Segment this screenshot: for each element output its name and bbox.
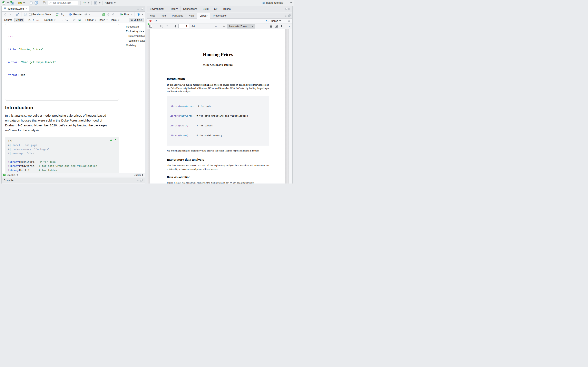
table-menu[interactable]: Table — [110, 18, 121, 21]
outline-item-modeling[interactable]: Modeling — [126, 43, 145, 48]
viewer-popout-icon[interactable] — [154, 19, 158, 23]
zoom-level-select[interactable]: Automatic Zoom — [227, 24, 255, 29]
spellcheck-icon[interactable]: ABC — [55, 12, 60, 17]
save-doc-icon[interactable] — [23, 12, 27, 17]
pdf-scrollbar[interactable] — [288, 29, 292, 184]
editor-canvas[interactable]: --- title: "Housing Prices" author: "Min… — [2, 23, 145, 173]
console-body[interactable] — [2, 183, 145, 184]
pdf-print-icon[interactable] — [269, 24, 273, 29]
bold-button[interactable]: B — [27, 18, 31, 22]
addins-menu[interactable]: Addins — [104, 1, 113, 4]
code-chunk-load-pkgs[interactable]: {r} #| label: load-pkgs #| code-summary:… — [5, 137, 119, 173]
tab-help[interactable]: Help — [186, 13, 197, 18]
pdf-viewport[interactable]: Housing Prices Mine Çetinkaya-Rundel Int… — [147, 29, 292, 184]
save-all-icon[interactable] — [34, 1, 38, 5]
project-menu[interactable]: R quarto-tutorials — ~ — [261, 1, 292, 5]
chunk-position-label[interactable]: Chunk 1 — [7, 174, 16, 176]
console-maximize-icon[interactable] — [140, 179, 143, 182]
render-dropdown-icon[interactable] — [89, 14, 90, 15]
console-minimize-icon[interactable] — [137, 179, 139, 182]
forward-icon[interactable] — [8, 12, 12, 17]
render-settings-gear-icon[interactable] — [84, 12, 88, 17]
run-button[interactable]: Run — [118, 12, 130, 17]
outline-item-introduction[interactable]: Introduction — [126, 25, 145, 29]
insert-menu[interactable]: Insert — [98, 18, 109, 21]
source-rerun-icon[interactable] — [136, 12, 141, 17]
new-file-dropdown-icon[interactable] — [7, 2, 9, 3]
env-restore-icon[interactable] — [285, 8, 287, 10]
outline-toggle-button[interactable]: Outline — [129, 18, 144, 22]
render-button[interactable]: Render — [68, 12, 83, 17]
publish-dropdown-icon[interactable] — [279, 20, 281, 21]
outline-item-data-visualization[interactable]: Data visualization — [126, 34, 145, 39]
popout-window-icon[interactable] — [15, 12, 20, 17]
new-file-icon[interactable] — [2, 1, 6, 5]
publish-button[interactable]: Publish — [264, 19, 283, 23]
source-mode-button[interactable]: Source — [3, 18, 14, 22]
goto-file-input[interactable] — [53, 2, 76, 4]
find-replace-icon[interactable] — [60, 12, 65, 17]
tab-files[interactable]: Files — [147, 13, 158, 18]
pdf-prev-page-icon[interactable] — [165, 24, 169, 29]
tab-close-icon[interactable]: × — [26, 7, 27, 10]
print-icon[interactable] — [42, 1, 46, 5]
code-button[interactable]: </> — [35, 19, 40, 21]
version-control-icon[interactable]: +–G — [82, 1, 87, 5]
save-icon[interactable] — [29, 1, 33, 5]
source-dropdown-icon[interactable] — [141, 14, 143, 15]
console-header[interactable]: Console — [2, 178, 145, 183]
env-maximize-icon[interactable] — [288, 8, 291, 10]
pdf-bookmark-icon[interactable] — [279, 24, 284, 29]
pdf-next-page-icon[interactable] — [173, 24, 178, 29]
tab-plots[interactable]: Plots — [158, 13, 169, 18]
outline-item-summary-statistics[interactable]: Summary statis… — [126, 39, 145, 43]
link-icon[interactable] — [72, 18, 77, 22]
tab-presentation[interactable]: Presentation — [210, 13, 230, 18]
pdf-search-icon[interactable] — [159, 24, 164, 29]
workspace-panes-icon[interactable] — [93, 1, 98, 5]
viewer-minimize-icon[interactable] — [285, 15, 287, 17]
tab-git[interactable]: Git — [211, 6, 220, 12]
pdf-page-input[interactable] — [178, 24, 189, 28]
run-chunk-icon[interactable] — [114, 138, 117, 141]
pdf-more-tools-icon[interactable]: » — [288, 25, 291, 28]
paragraph-style-select[interactable]: Normal — [43, 18, 57, 21]
checkbox-icon[interactable] — [29, 13, 32, 16]
visual-mode-button[interactable]: Visual — [14, 18, 25, 22]
tab-connections[interactable]: Connections — [181, 6, 200, 12]
workspace-panes-dropdown-icon[interactable] — [99, 2, 100, 3]
document-body[interactable]: --- title: "Housing Prices" author: "Min… — [2, 23, 124, 173]
maximize-pane-icon[interactable] — [140, 8, 143, 10]
zoom-in-icon[interactable]: + — [222, 25, 226, 28]
image-icon[interactable] — [77, 18, 82, 22]
tab-environment[interactable]: Environment — [147, 6, 167, 12]
numbered-list-icon[interactable]: 12 — [65, 18, 69, 22]
go-prev-section-icon[interactable] — [106, 12, 111, 17]
format-menu[interactable]: Format — [85, 18, 98, 21]
go-next-section-icon[interactable] — [111, 12, 115, 17]
zoom-out-icon[interactable]: − — [214, 25, 218, 28]
minimize-pane-icon[interactable] — [137, 8, 139, 10]
yaml-metadata-block[interactable]: --- title: "Housing Prices" author: "Min… — [5, 24, 119, 100]
italic-button[interactable]: I — [32, 18, 35, 22]
stop-viewer-icon[interactable] — [148, 19, 153, 23]
doc-mode-select-icon[interactable] — [142, 174, 143, 176]
tab-history[interactable]: History — [167, 6, 181, 12]
tab-packages[interactable]: Packages — [169, 13, 186, 18]
goto-file-box[interactable] — [48, 1, 78, 5]
viewer-maximize-icon[interactable] — [288, 14, 291, 17]
version-control-dropdown-icon[interactable] — [88, 2, 89, 3]
tab-tutorial[interactable]: Tutorial — [220, 6, 234, 12]
pdf-download-icon[interactable] — [274, 24, 279, 29]
outline-item-eda[interactable]: Exploratory data … — [126, 29, 145, 34]
tab-viewer[interactable]: Viewer — [197, 13, 210, 18]
new-project-icon[interactable]: R — [10, 1, 14, 5]
tab-authoring-qmd[interactable]: authoring.qmd × — [2, 6, 29, 11]
run-dropdown-icon[interactable] — [131, 14, 133, 15]
insert-chunk-icon[interactable]: C — [101, 12, 105, 17]
render-on-save-checkbox[interactable]: Render on Save — [28, 13, 52, 16]
open-file-icon[interactable] — [18, 1, 22, 5]
run-chunks-above-icon[interactable] — [110, 138, 112, 141]
open-recent-dropdown-icon[interactable] — [23, 2, 25, 3]
pdf-sidebar-toggle-icon[interactable] — [148, 24, 153, 29]
